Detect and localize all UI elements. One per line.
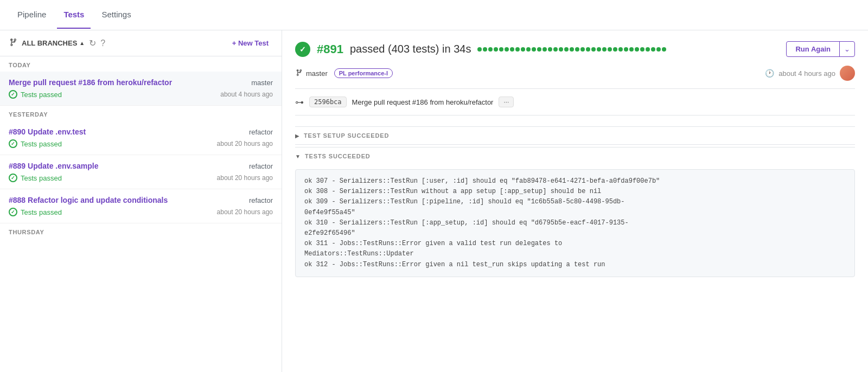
new-test-button[interactable]: + New Test xyxy=(228,37,273,49)
log-line: e2fe92f65496" xyxy=(304,228,846,239)
progress-dot xyxy=(575,47,579,52)
time-ago-label: about 4 hours ago xyxy=(778,69,835,78)
branch-selector[interactable]: ALL BRANCHES ▲ xyxy=(22,39,85,47)
main-layout: ALL BRANCHES ▲ ↻ ? + New Test TODAY Merg… xyxy=(0,30,868,372)
status-label: Tests passed xyxy=(21,174,62,182)
progress-dot xyxy=(532,47,536,52)
tests-succeeded-section[interactable]: ▼ TESTS SUCCEEDED xyxy=(295,147,855,165)
progress-dot xyxy=(608,47,612,52)
build-branch: refactor xyxy=(249,162,273,170)
build-status-row: Tests passed about 4 hours ago xyxy=(9,90,273,99)
sidebar: ALL BRANCHES ▲ ↻ ? + New Test TODAY Merg… xyxy=(0,30,282,372)
build-meta: master PL performance-l 🕐 about 4 hours … xyxy=(295,66,855,89)
progress-dot xyxy=(618,47,623,52)
build-item[interactable]: #890 Update .env.test refactor Tests pas… xyxy=(0,121,282,155)
build-title: #890 Update .env.test xyxy=(9,127,86,136)
section-today: TODAY Merge pull request #186 from herok… xyxy=(0,56,282,106)
test-setup-section[interactable]: ▶ TEST SETUP SUCCEEDED xyxy=(295,126,855,145)
log-line: ok 309 - Serializers::TestRun [:pipeline… xyxy=(304,197,846,207)
progress-dot xyxy=(570,47,574,52)
progress-dot xyxy=(640,47,644,52)
build-description: passed (403 tests) in 34s xyxy=(350,43,471,55)
branch-icon xyxy=(9,38,17,49)
check-circle-icon xyxy=(9,208,17,216)
build-item[interactable]: Merge pull request #186 from heroku/refa… xyxy=(0,72,282,106)
progress-dot xyxy=(559,47,563,52)
progress-dot xyxy=(548,47,552,52)
git-branch-icon xyxy=(295,69,303,78)
log-line: ok 310 - Serializers::TestRun [:app_setu… xyxy=(304,218,846,228)
run-again-dropdown-button[interactable]: ⌄ xyxy=(839,42,854,56)
commit-message: Merge pull request #186 from heroku/refa… xyxy=(352,98,494,106)
progress-dot xyxy=(591,47,596,52)
build-item[interactable]: #889 Update .env.sample refactor Tests p… xyxy=(0,155,282,189)
avatar xyxy=(840,66,855,81)
chevron-up-icon: ▲ xyxy=(79,40,85,46)
section-header-today: TODAY xyxy=(0,56,282,72)
progress-dot xyxy=(624,47,628,52)
progress-bar xyxy=(477,47,666,52)
progress-dot xyxy=(597,47,601,52)
run-again-button[interactable]: Run Again xyxy=(787,42,839,56)
progress-dot xyxy=(580,47,585,52)
build-header: #891 passed (403 tests) in 34s Run Again… xyxy=(295,41,855,57)
check-circle-icon xyxy=(9,90,17,99)
section-header-thursday: THURSDAY xyxy=(0,223,282,239)
section-thursday: THURSDAY xyxy=(0,223,282,239)
status-label: Tests passed xyxy=(21,91,62,99)
progress-dot xyxy=(521,47,525,52)
build-title: #889 Update .env.sample xyxy=(9,162,98,170)
refresh-icon[interactable]: ↻ xyxy=(89,38,96,48)
log-line: Mediators::TestRuns::Updater xyxy=(304,249,846,259)
status-passed: Tests passed xyxy=(9,174,62,182)
status-label: Tests passed xyxy=(21,208,62,216)
progress-dot xyxy=(510,47,514,52)
status-label: Tests passed xyxy=(21,140,62,148)
build-time: about 4 hours ago xyxy=(220,91,273,98)
branch-selector-label: ALL BRANCHES xyxy=(22,39,77,47)
chevron-right-icon: ▶ xyxy=(295,133,299,139)
build-item[interactable]: #888 Refactor logic and update condition… xyxy=(0,189,282,223)
progress-dot xyxy=(526,47,531,52)
progress-dot xyxy=(564,47,569,52)
build-title: #888 Refactor logic and update condition… xyxy=(9,196,168,204)
clock-icon: 🕐 xyxy=(765,69,774,78)
progress-dot xyxy=(651,47,655,52)
tab-pipeline[interactable]: Pipeline xyxy=(11,1,53,29)
progress-dot xyxy=(542,47,547,52)
check-circle-icon xyxy=(9,174,17,182)
status-passed: Tests passed xyxy=(9,90,62,99)
commit-row: ⊶ 2596bca Merge pull request #186 from h… xyxy=(295,97,855,116)
commit-icon: ⊶ xyxy=(295,97,304,107)
build-time: about 20 hours ago xyxy=(217,140,273,147)
progress-dot xyxy=(629,47,634,52)
progress-dot xyxy=(646,47,650,52)
progress-dot xyxy=(515,47,520,52)
progress-dot xyxy=(477,47,482,52)
progress-dot xyxy=(656,47,661,52)
tab-settings[interactable]: Settings xyxy=(95,1,137,29)
sidebar-toolbar: ALL BRANCHES ▲ ↻ ? + New Test xyxy=(0,30,282,56)
progress-dot xyxy=(483,47,487,52)
check-circle-icon xyxy=(9,139,17,148)
build-branch: refactor xyxy=(249,196,273,204)
progress-dot xyxy=(635,47,639,52)
help-icon[interactable]: ? xyxy=(100,39,105,48)
tab-tests[interactable]: Tests xyxy=(57,1,91,29)
build-title-row: #890 Update .env.test refactor xyxy=(9,127,273,136)
progress-dot xyxy=(488,47,493,52)
log-line: 0ef4e9f55a45" xyxy=(304,208,846,218)
section-header-yesterday: YESTERDAY xyxy=(0,106,282,121)
log-line: ok 311 - Jobs::TestRuns::Error given a v… xyxy=(304,239,846,249)
status-passed: Tests passed xyxy=(9,208,62,216)
log-line: ok 308 - Serializers::TestRun without a … xyxy=(304,187,846,197)
status-passed: Tests passed xyxy=(9,139,62,148)
right-panel: #891 passed (403 tests) in 34s Run Again… xyxy=(282,30,868,372)
commit-more-button[interactable]: ··· xyxy=(499,97,514,107)
progress-dot xyxy=(662,47,666,52)
build-time: about 20 hours ago xyxy=(217,174,273,182)
build-title-row: #888 Refactor logic and update condition… xyxy=(9,196,273,204)
progress-dot xyxy=(553,47,558,52)
build-status-row: Tests passed about 20 hours ago xyxy=(9,174,273,182)
test-setup-label: TEST SETUP SUCCEEDED xyxy=(304,132,389,139)
